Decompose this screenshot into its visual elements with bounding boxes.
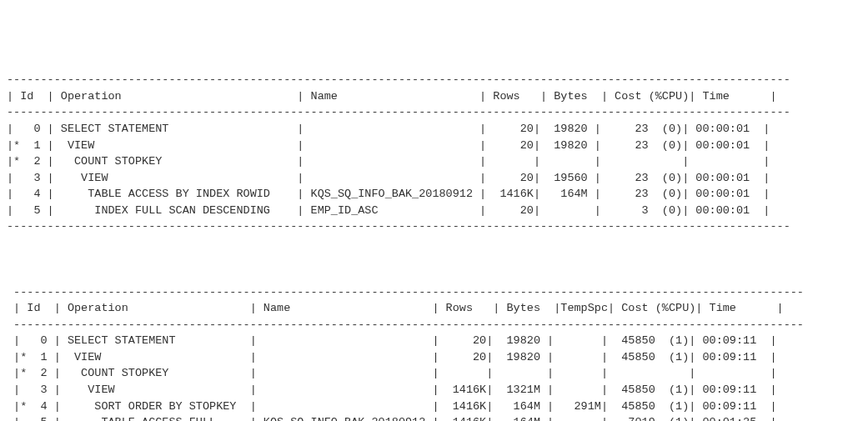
execution-plan-2: ----------------------------------------… (7, 284, 861, 421)
blank-separator (7, 251, 861, 268)
execution-plan-1: ----------------------------------------… (7, 72, 861, 235)
